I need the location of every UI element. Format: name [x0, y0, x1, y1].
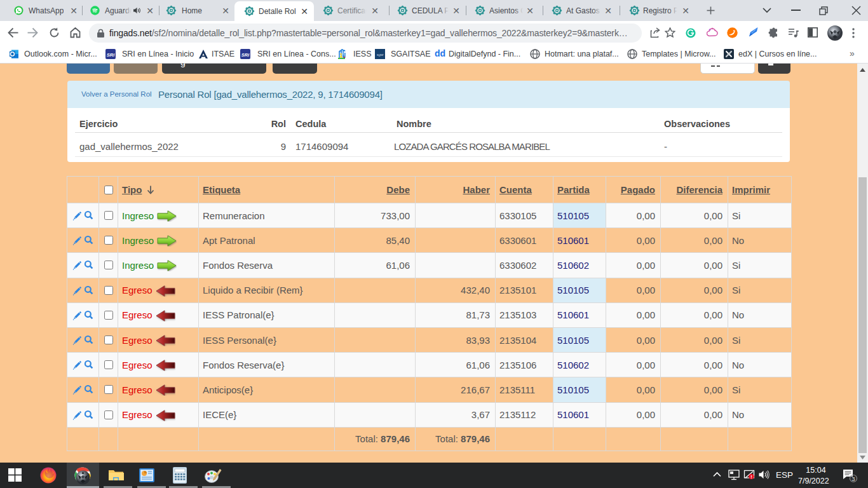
svg-text:sgw: sgw	[377, 53, 384, 57]
svg-text:SRi: SRi	[107, 52, 115, 58]
svg-text:SRi: SRi	[241, 52, 250, 58]
svg-text:3: 3	[851, 475, 855, 482]
svg-text:!: !	[750, 474, 752, 480]
